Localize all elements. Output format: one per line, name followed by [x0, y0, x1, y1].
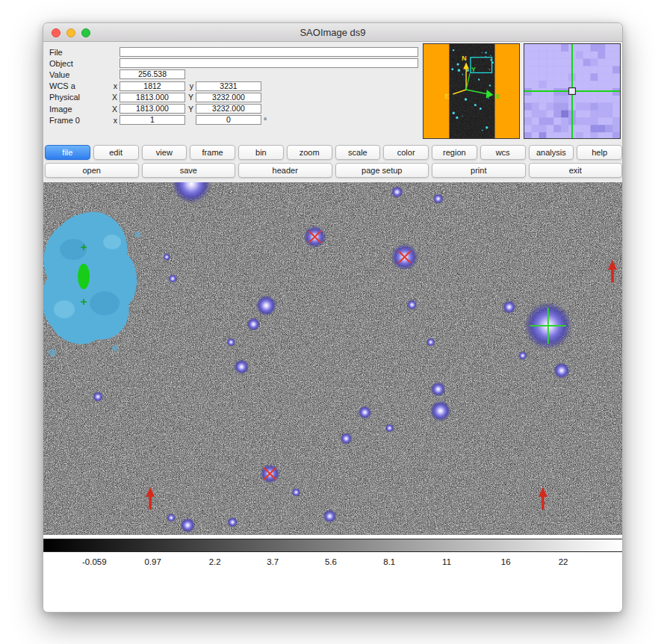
- menu-region[interactable]: region: [432, 145, 477, 160]
- menu-zoom[interactable]: zoom: [287, 145, 332, 160]
- colorbar-tick: 3.7: [267, 557, 279, 566]
- star: [163, 253, 170, 261]
- frame-rotate-field[interactable]: 0: [196, 115, 261, 125]
- magnifier-center-pixel: [569, 88, 576, 95]
- menu-view[interactable]: view: [142, 145, 187, 160]
- file-label: File: [49, 48, 109, 57]
- maximize-button[interactable]: [81, 28, 90, 37]
- menu-frame[interactable]: frame: [190, 145, 235, 160]
- physical-row: Physical X 1813.000 Y 3232.000: [49, 92, 418, 103]
- header-button[interactable]: header: [238, 163, 332, 178]
- star: [407, 300, 418, 310]
- north-label: N: [462, 55, 466, 62]
- panner[interactable]: N E X Y: [423, 43, 520, 139]
- star: [168, 274, 177, 283]
- star: [226, 338, 235, 347]
- menu-bin[interactable]: bin: [238, 145, 284, 160]
- value-field[interactable]: 256.538: [120, 69, 185, 79]
- object-row: Object: [49, 58, 418, 69]
- wcs-label: WCS a: [49, 81, 109, 90]
- colorbar-tick: 5.6: [325, 557, 337, 566]
- menu-scale[interactable]: scale: [335, 145, 381, 160]
- colorbar-tick: 0.97: [144, 557, 161, 566]
- galaxy-ellipse-marker[interactable]: [78, 264, 90, 289]
- menu-color[interactable]: color: [383, 145, 429, 160]
- x-axis-label: X: [495, 93, 500, 100]
- y-axis-label: Y: [471, 66, 476, 73]
- star: [341, 433, 353, 445]
- star: [93, 391, 103, 402]
- star: [430, 400, 451, 421]
- value-row: Value 256.538: [49, 69, 418, 80]
- colorbar-ticks: -0.059 0.97 2.2 3.7 5.6 8.1 11 16 22: [43, 557, 623, 569]
- star: [255, 295, 276, 316]
- star: [518, 351, 527, 360]
- star: [234, 359, 249, 374]
- star: [180, 518, 195, 533]
- colorbar-section: -0.059 0.97 2.2 3.7 5.6 8.1 11 16 22: [43, 535, 623, 613]
- image-y-field[interactable]: 3232.000: [196, 104, 261, 114]
- colorbar-tick: -0.059: [82, 557, 107, 566]
- star: [323, 510, 336, 523]
- frame-zoom-field[interactable]: 1: [120, 115, 185, 125]
- image-label: Image: [49, 105, 109, 114]
- ds9-window: SAOImage ds9 File Object Value 256.538 W…: [43, 22, 623, 613]
- physical-y-field[interactable]: 3232.000: [196, 93, 261, 102]
- open-button[interactable]: open: [45, 163, 139, 178]
- wcs-x-field[interactable]: 1812: [120, 81, 185, 91]
- image-x-axis-label: X: [109, 105, 120, 114]
- exit-button[interactable]: exit: [529, 163, 623, 178]
- physical-label: Physical: [49, 93, 109, 102]
- colorbar-tick: 8.1: [383, 557, 395, 566]
- titlebar[interactable]: SAOImage ds9: [43, 23, 622, 42]
- star: [246, 318, 260, 331]
- star: [503, 300, 516, 314]
- image-y-axis-label: Y: [185, 105, 196, 114]
- menu-help[interactable]: help: [577, 145, 622, 160]
- file-button-bar: open save header page setup print exit: [45, 163, 622, 178]
- menu-wcs[interactable]: wcs: [480, 145, 526, 160]
- minimize-button[interactable]: [66, 28, 75, 37]
- star: [431, 382, 446, 397]
- star: [391, 186, 403, 198]
- menu-file[interactable]: file: [45, 145, 90, 160]
- wcs-x-axis-label: x: [109, 81, 120, 90]
- star: [291, 488, 300, 497]
- physical-x-axis-label: X: [109, 93, 120, 102]
- star: [359, 406, 372, 419]
- save-button[interactable]: save: [142, 163, 236, 178]
- star: [385, 424, 394, 433]
- info-panel: File Object Value 256.538 WCS a x 1812 y…: [49, 46, 418, 126]
- print-button[interactable]: print: [432, 163, 526, 178]
- object-field[interactable]: [120, 58, 418, 68]
- menu-analysis[interactable]: analysis: [529, 145, 574, 160]
- magnifier[interactable]: [524, 43, 621, 139]
- page-setup-button[interactable]: page setup: [335, 163, 429, 178]
- menu-edit[interactable]: edit: [93, 145, 139, 160]
- traffic-lights: [52, 23, 90, 42]
- file-field[interactable]: [120, 47, 418, 57]
- image-x-field[interactable]: 1813.000: [120, 104, 185, 114]
- noise-background: [43, 182, 623, 535]
- colorbar-tick: 22: [559, 557, 568, 566]
- colorbar-tick: 2.2: [209, 557, 221, 566]
- physical-x-field[interactable]: 1813.000: [120, 93, 185, 102]
- image-display[interactable]: [43, 182, 623, 535]
- frame-x-axis-label: x: [109, 116, 120, 125]
- star: [433, 193, 444, 204]
- star: [227, 517, 238, 527]
- value-label: Value: [49, 70, 109, 79]
- wcs-y-axis-label: y: [185, 81, 196, 90]
- colorbar[interactable]: [43, 539, 623, 552]
- frame-label: Frame 0: [49, 116, 109, 125]
- colorbar-tick: 11: [442, 557, 451, 566]
- star: [426, 338, 435, 347]
- east-label: E: [445, 93, 450, 100]
- close-button[interactable]: [52, 28, 60, 37]
- image-row: Image X 1813.000 Y 3232.000: [49, 103, 418, 114]
- star: [553, 362, 570, 379]
- wcs-row: WCS a x 1812 y 3231: [49, 81, 418, 92]
- menu-bar: file edit view frame bin zoom scale colo…: [45, 145, 622, 160]
- wcs-y-field[interactable]: 3231: [196, 81, 261, 91]
- window-title: SAOImage ds9: [300, 27, 365, 38]
